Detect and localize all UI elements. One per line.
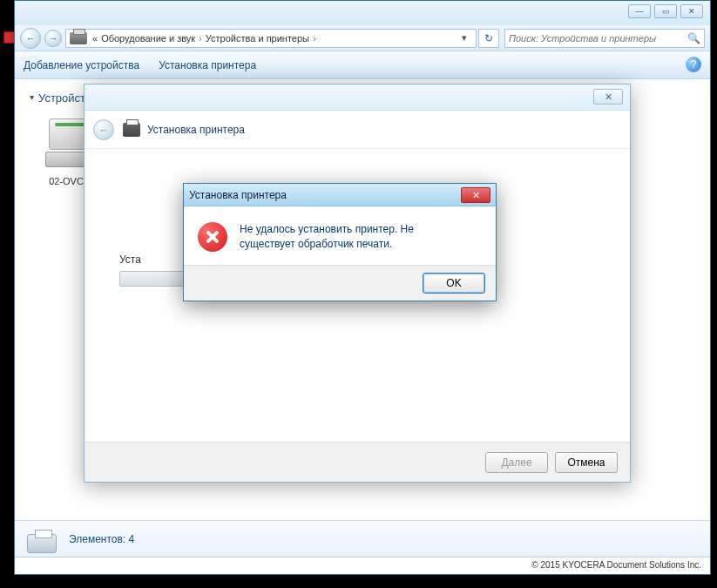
breadcrumb-trailing-icon: › (313, 33, 316, 44)
help-button[interactable]: ? (686, 57, 701, 72)
minimize-button[interactable]: — (628, 4, 651, 18)
breadcrumb-seg-devices[interactable]: Устройства и принтеры (206, 33, 309, 44)
search-input[interactable] (509, 33, 687, 44)
close-button[interactable]: ✕ (680, 4, 703, 18)
wizard-next-button: Далее (485, 452, 548, 473)
add-printer-link[interactable]: Установка принтера (159, 59, 256, 71)
printer-category-icon (70, 32, 87, 44)
msgbox-close-button[interactable]: ✕ (461, 187, 490, 203)
refresh-button[interactable]: ↻ (478, 29, 499, 48)
msgbox-titlebar: Установка принтера ✕ (184, 184, 496, 206)
wizard-back-button[interactable]: ← (93, 119, 114, 140)
window-controls: — ▭ ✕ (628, 4, 703, 18)
msgbox-text: Не удалось установить принтер. Не сущест… (240, 222, 414, 253)
status-bar: Элементов: 4 (15, 520, 710, 557)
wizard-footer: Далее Отмена (85, 442, 630, 482)
maximize-button[interactable]: ▭ (654, 4, 677, 18)
printer-icon (123, 123, 140, 137)
search-icon[interactable]: 🔍 (687, 32, 700, 44)
wizard-header: ← Установка принтера (85, 111, 630, 149)
breadcrumb-seg-hardware[interactable]: Оборудование и звук (101, 33, 195, 44)
msgbox-ok-button[interactable]: OK (423, 273, 485, 294)
breadcrumb[interactable]: « Оборудование и звук › Устройства и при… (65, 29, 477, 48)
breadcrumb-dropdown[interactable]: ▾ (457, 32, 472, 44)
status-text: Элементов: 4 (69, 533, 134, 545)
msgbox-title: Установка принтера (189, 189, 287, 201)
wizard-cancel-button[interactable]: Отмена (555, 452, 618, 473)
address-bar: ← → « Оборудование и звук › Устройства и… (15, 25, 710, 51)
nav-back-button[interactable]: ← (20, 28, 41, 49)
breadcrumb-chevron-left: « (92, 33, 98, 44)
command-bar: Добавление устройства Установка принтера… (15, 51, 710, 79)
nav-forward-button[interactable]: → (44, 30, 62, 47)
printers-category-icon (25, 525, 60, 553)
msgbox-footer: OK (184, 265, 496, 301)
titlebar: — ▭ ✕ (15, 1, 710, 25)
wizard-close-button[interactable]: ✕ (593, 89, 623, 105)
error-message-box: Установка принтера ✕ Не удалось установи… (183, 183, 497, 301)
error-icon (198, 222, 227, 252)
breadcrumb-separator-icon: › (199, 33, 202, 44)
add-device-link[interactable]: Добавление устройства (24, 59, 139, 71)
desktop-left (0, 0, 14, 588)
wizard-title: Установка принтера (147, 124, 245, 136)
search-box[interactable]: 🔍 (504, 29, 705, 48)
msgbox-body: Не удалось установить принтер. Не сущест… (184, 206, 496, 265)
copyright-footer: © 2015 KYOCERA Document Solutions Inc. (15, 557, 710, 574)
wizard-titlebar: ✕ (85, 84, 630, 111)
